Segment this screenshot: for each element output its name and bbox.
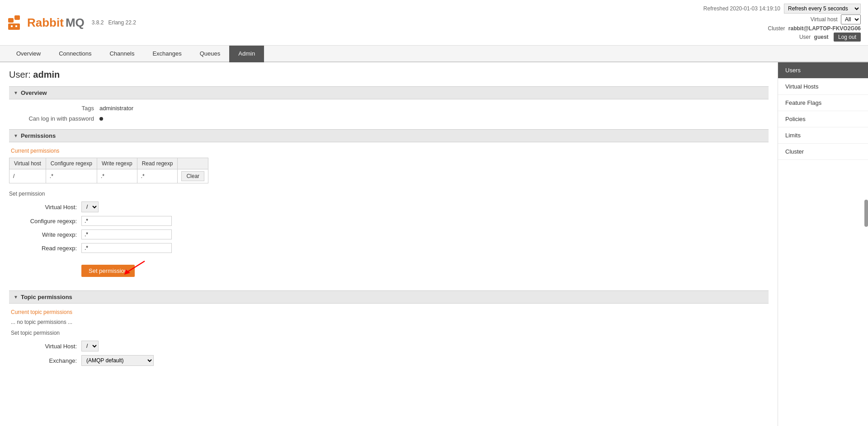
user-row: User guest Log out [799, 33, 861, 42]
topic-vhost-label: Virtual Host: [23, 343, 81, 350]
overview-section-header[interactable]: ▼ Overview [9, 86, 769, 99]
permissions-table: Virtual host Configure regexp Write rege… [9, 158, 208, 183]
permissions-section: ▼ Permissions Current permissions Virtua… [9, 129, 769, 277]
page-title: User: admin [9, 70, 769, 80]
configure-regexp-input[interactable] [81, 216, 172, 226]
nav-admin[interactable]: Admin [229, 46, 264, 62]
topic-vhost-select[interactable]: / [81, 341, 99, 351]
red-arrow-annotation [113, 257, 149, 279]
logo-area: RabbitMQ 3.8.2 Erlang 22.2 [7, 14, 136, 31]
rabbitmq-logo-icon [7, 14, 24, 31]
col-configure: Configure regexp [46, 158, 97, 169]
form-configure-label: Configure regexp: [23, 218, 81, 225]
nav-exchanges[interactable]: Exchanges [143, 46, 190, 62]
user-label: User [799, 34, 811, 40]
permissions-section-header[interactable]: ▼ Permissions [9, 129, 769, 142]
can-login-label: Can log in with password [27, 115, 99, 122]
topic-vhost-row: Virtual Host: / [23, 341, 769, 351]
form-write-label: Write regexp: [23, 231, 81, 238]
top-right: Refreshed 2020-01-03 14:19:10 Refresh ev… [703, 4, 861, 42]
logo-rabbit: Rabbit [27, 16, 64, 30]
main-layout: User: admin ▼ Overview Tags administrato… [0, 62, 868, 426]
table-row: / .* .* .* Clear [9, 169, 208, 183]
col-read: Read regexp [137, 158, 178, 169]
sidebar-item-policies[interactable]: Policies [778, 111, 868, 127]
exchange-select[interactable]: (AMQP default) [81, 355, 154, 366]
virtual-host-select[interactable]: All [841, 14, 861, 24]
nav-bar: Overview Connections Channels Exchanges … [0, 46, 868, 62]
can-login-value [99, 115, 103, 122]
set-perm-button-container: Set permission [23, 261, 135, 277]
refresh-select[interactable]: Refresh every 5 seconds No refresh Refre… [784, 4, 861, 14]
logout-button[interactable]: Log out [834, 33, 861, 42]
permissions-arrow-icon: ▼ [14, 133, 18, 138]
configure-form-row: Configure regexp: [23, 216, 769, 226]
vhost-form-row: Virtual Host: / [23, 201, 769, 212]
logo-mq: MQ [66, 16, 85, 30]
svg-rect-2 [8, 23, 20, 30]
overview-section: ▼ Overview Tags administrator Can log in… [9, 86, 769, 122]
sidebar-item-cluster[interactable]: Cluster [778, 144, 868, 160]
read-form-row: Read regexp: [23, 243, 769, 253]
nav-overview[interactable]: Overview [7, 46, 50, 62]
col-vhost: Virtual host [9, 158, 46, 169]
sidebar-item-virtual-hosts[interactable]: Virtual Hosts [778, 79, 868, 95]
clear-button[interactable]: Clear [181, 171, 204, 181]
cluster-row: Cluster rabbit@LAPTOP-FKVO2G06 [768, 25, 861, 32]
svg-rect-4 [15, 25, 17, 27]
tags-row: Tags administrator [27, 105, 769, 112]
tags-value: administrator [99, 105, 133, 112]
top-bar: RabbitMQ 3.8.2 Erlang 22.2 Refreshed 202… [0, 0, 868, 46]
vhost-row: Virtual host All [811, 14, 861, 24]
col-action [178, 158, 208, 169]
nav-channels[interactable]: Channels [100, 46, 143, 62]
erlang-version: Erlang 22.2 [108, 19, 136, 26]
write-regexp-input[interactable] [81, 229, 172, 239]
can-login-dot [99, 117, 103, 121]
sidebar: Users Virtual Hosts Feature Flags Polici… [778, 62, 868, 426]
nav-queues[interactable]: Queues [191, 46, 230, 62]
tags-label: Tags [27, 105, 99, 112]
username: guest [814, 34, 829, 40]
scrollbar[interactable] [864, 200, 868, 227]
refresh-row: Refreshed 2020-01-03 14:19:10 Refresh ev… [703, 4, 861, 14]
logo: RabbitMQ [7, 14, 85, 31]
set-topic-label: Set topic permission [11, 330, 769, 336]
cluster-value: rabbit@LAPTOP-FKVO2G06 [788, 25, 861, 32]
exchange-label: Exchange: [23, 357, 81, 364]
svg-rect-3 [11, 25, 13, 27]
exchange-row: Exchange: (AMQP default) [23, 355, 769, 366]
refreshed-label: Refreshed 2020-01-03 14:19:10 [703, 5, 780, 12]
current-topic-label: Current topic permissions [11, 309, 769, 315]
perm-vhost: / [9, 169, 46, 183]
version: 3.8.2 [92, 19, 104, 26]
read-regexp-input[interactable] [81, 243, 172, 253]
topic-permissions-section: ▼ Topic permissions Current topic permis… [9, 290, 769, 366]
sidebar-item-feature-flags[interactable]: Feature Flags [778, 95, 868, 111]
col-write: Write regexp [97, 158, 137, 169]
perm-configure: .* [46, 169, 97, 183]
virtual-host-label: Virtual host [811, 16, 838, 23]
overview-header-label: Overview [21, 89, 47, 96]
main-content: User: admin ▼ Overview Tags administrato… [0, 62, 778, 426]
sidebar-item-users[interactable]: Users [778, 62, 868, 79]
version-info: 3.8.2 Erlang 22.2 [92, 19, 136, 26]
write-form-row: Write regexp: [23, 229, 769, 239]
no-topic-perms: ... no topic permissions ... [11, 319, 769, 325]
svg-rect-0 [8, 18, 14, 23]
cluster-label: Cluster [768, 25, 785, 32]
nav-connections[interactable]: Connections [50, 46, 100, 62]
topic-header-label: Topic permissions [21, 294, 72, 300]
perm-write: .* [97, 169, 137, 183]
topic-section-header[interactable]: ▼ Topic permissions [9, 290, 769, 304]
form-vhost-label: Virtual Host: [23, 204, 81, 211]
can-login-row: Can log in with password [27, 115, 769, 122]
current-permissions-label: Current permissions [11, 148, 769, 154]
perm-clear-cell: Clear [178, 169, 208, 183]
page-title-username: admin [33, 70, 60, 80]
sidebar-item-limits[interactable]: Limits [778, 127, 868, 144]
overview-arrow-icon: ▼ [14, 90, 18, 95]
svg-rect-1 [14, 15, 20, 20]
form-vhost-select[interactable]: / [81, 201, 99, 212]
set-permission-title: Set permission [9, 191, 769, 197]
